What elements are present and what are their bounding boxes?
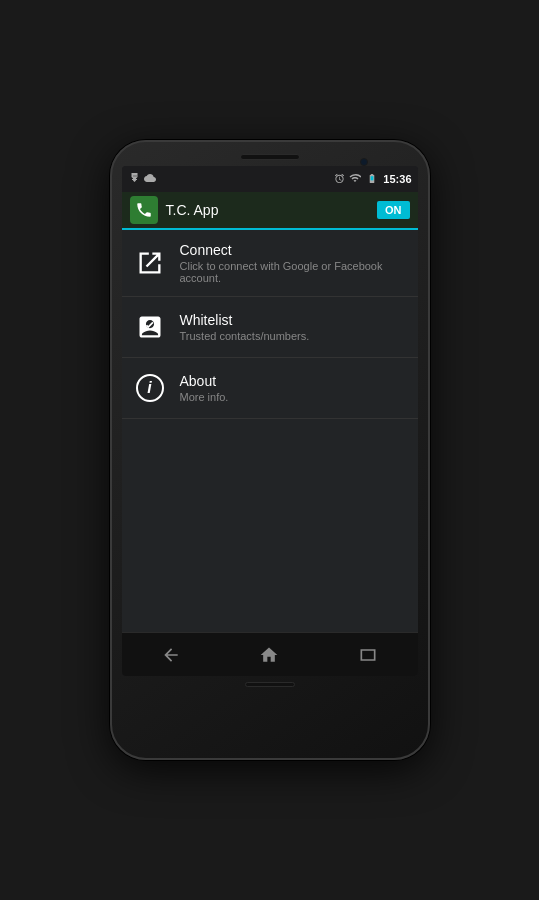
- connect-menu-item[interactable]: Connect Click to connect with Google or …: [122, 230, 418, 297]
- connect-subtitle: Click to connect with Google or Facebook…: [180, 260, 408, 284]
- whitelist-subtitle: Trusted contacts/numbers.: [180, 330, 310, 342]
- about-title: About: [180, 373, 229, 389]
- app-icon: [130, 196, 158, 224]
- phone-screen: 15:36 T.C. App ON C: [122, 166, 418, 676]
- wifi-icon: [349, 170, 361, 188]
- phone-speaker: [240, 154, 300, 160]
- connect-text: Connect Click to connect with Google or …: [180, 242, 408, 284]
- connect-title: Connect: [180, 242, 408, 258]
- info-icon: i: [136, 374, 164, 402]
- nav-bar: [122, 632, 418, 676]
- about-menu-item[interactable]: i About More info.: [122, 358, 418, 419]
- about-subtitle: More info.: [180, 391, 229, 403]
- whitelist-icon-wrap: [132, 309, 168, 345]
- phone-bottom: [245, 682, 295, 687]
- status-bar: 15:36: [122, 166, 418, 192]
- status-time: 15:36: [383, 173, 411, 185]
- battery-icon: [365, 170, 379, 188]
- back-button[interactable]: [155, 639, 187, 671]
- app-title: T.C. App: [166, 202, 378, 218]
- whitelist-title: Whitelist: [180, 312, 310, 328]
- status-right-icons: 15:36: [334, 170, 411, 188]
- recents-button[interactable]: [352, 639, 384, 671]
- toggle-on-button[interactable]: ON: [377, 201, 410, 219]
- status-left-icons: [128, 170, 156, 188]
- whitelist-menu-item[interactable]: Whitelist Trusted contacts/numbers.: [122, 297, 418, 358]
- screen-content: Connect Click to connect with Google or …: [122, 230, 418, 632]
- alarm-icon: [334, 170, 345, 188]
- about-icon-wrap: i: [132, 370, 168, 406]
- connect-icon-wrap: [132, 245, 168, 281]
- phone-camera: [360, 158, 368, 166]
- cloud-icon: [144, 170, 156, 188]
- app-bar: T.C. App ON: [122, 192, 418, 230]
- usb-icon: [128, 170, 140, 188]
- phone-device: 15:36 T.C. App ON C: [110, 140, 430, 760]
- about-text: About More info.: [180, 373, 229, 403]
- whitelist-text: Whitelist Trusted contacts/numbers.: [180, 312, 310, 342]
- home-button[interactable]: [253, 639, 285, 671]
- svg-rect-0: [371, 176, 374, 180]
